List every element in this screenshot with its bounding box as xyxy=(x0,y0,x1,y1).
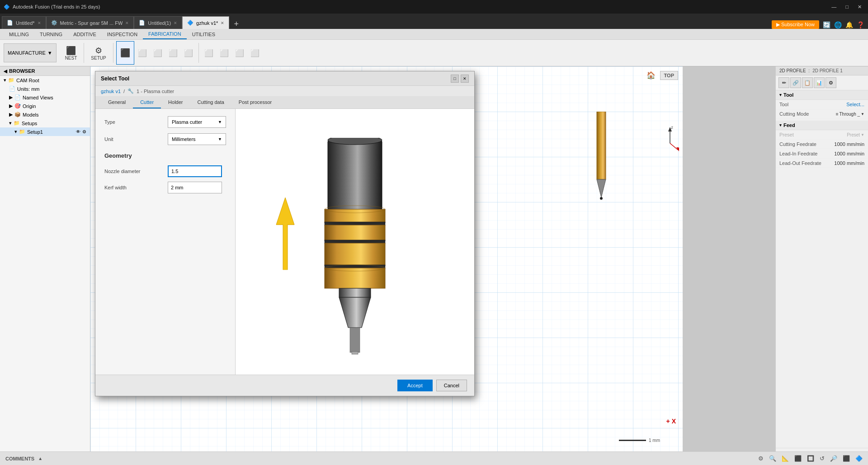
tab-gzhuk[interactable]: 🔷 gzhuk v1* ✕ xyxy=(182,16,229,29)
top-view-btn[interactable]: TOP xyxy=(660,71,678,80)
tab-metric[interactable]: ⚙️ Metric - Spur gear 5M ... FW ✕ xyxy=(46,16,134,29)
globe-icon[interactable]: 🌐 xyxy=(834,21,842,28)
status-icon-5[interactable]: 🔲 xyxy=(807,455,814,462)
close-btn[interactable]: ✕ xyxy=(855,3,864,11)
tab-untitled[interactable]: 📄 Untitled* ✕ xyxy=(2,16,46,29)
ribbon-btn-7[interactable]: ⬜ xyxy=(217,41,231,65)
unit-select[interactable]: Millimeters ▼ xyxy=(168,133,226,145)
toolbar-icon-2[interactable]: 🔗 xyxy=(790,77,801,88)
toolbar-icon-3[interactable]: 📋 xyxy=(802,77,813,88)
ribbon-btn-6[interactable]: ⬜ xyxy=(202,41,216,65)
ribbon-tab-additive[interactable]: ADDITIVE xyxy=(68,29,102,39)
status-icon-2[interactable]: 🔍 xyxy=(769,455,776,462)
browser-title: BROWSER xyxy=(9,68,35,74)
tab-cutting-data[interactable]: Cutting data xyxy=(190,97,231,108)
tab-close-icon4[interactable]: ✕ xyxy=(221,21,224,25)
toolbar-icon-4[interactable]: 📊 xyxy=(814,77,825,88)
accept-btn[interactable]: Accept xyxy=(397,380,433,391)
cutting-feedrate-value[interactable]: 1000 mm/min xyxy=(834,141,864,147)
kerf-width-input[interactable] xyxy=(168,182,222,193)
tab-cutter[interactable]: Cutter xyxy=(133,97,161,108)
title-bar-left: 🔷 Autodesk Fusion (Trial ends in 25 days… xyxy=(4,4,100,10)
status-icon-7[interactable]: 🔎 xyxy=(830,455,837,462)
ribbon-tab-inspection[interactable]: INSPECTION xyxy=(102,29,143,39)
subscribe-now-btn[interactable]: ▶ Subscribe Now xyxy=(772,20,819,29)
toolbar-icon-5[interactable]: ⚙ xyxy=(826,77,836,88)
ribbon-btn-5[interactable]: ⬜ xyxy=(181,41,196,65)
tree-cam-root[interactable]: ▾ 📁 CAM Root xyxy=(0,76,90,85)
ribbon-btn-2[interactable]: ⬜ xyxy=(135,41,150,65)
preset-select[interactable]: Preset ▼ xyxy=(847,132,864,137)
tool-value[interactable]: Select... xyxy=(846,102,864,107)
status-icon-4[interactable]: ⬛ xyxy=(794,455,802,462)
plasma-cutter-svg xyxy=(303,138,407,355)
dialog-close-btn[interactable]: ✕ xyxy=(461,75,469,83)
home-icon[interactable]: 🏠 xyxy=(646,71,656,80)
tab-close-icon3[interactable]: ✕ xyxy=(174,21,177,25)
status-icon-1[interactable]: ⚙ xyxy=(758,455,764,462)
setup-btn[interactable]: ⚙ SETUP xyxy=(87,41,110,65)
ribbon-btn-1[interactable]: ⬛ xyxy=(116,41,134,65)
dialog-maximize-btn[interactable]: □ xyxy=(451,75,459,83)
ribbon-btn-8[interactable]: ⬜ xyxy=(232,41,247,65)
sync-icon[interactable]: 🔄 xyxy=(823,21,830,28)
maximize-btn[interactable]: □ xyxy=(843,3,851,11)
tree-setup1[interactable]: ▾ 📁 Setup1 👁 ⚙ xyxy=(0,127,90,136)
ribbon-tab-utilities[interactable]: UTILITIES xyxy=(187,29,221,39)
toolbar-icon-1[interactable]: ✏ xyxy=(778,77,789,88)
status-icon-6[interactable]: ↺ xyxy=(820,455,825,462)
bell-icon[interactable]: 🔔 xyxy=(845,21,853,28)
status-icon-3[interactable]: 📐 xyxy=(782,455,789,462)
tab-general[interactable]: General xyxy=(101,97,133,108)
tab-label: Untitled* xyxy=(16,20,35,26)
tab-icon2: ⚙️ xyxy=(51,20,57,26)
tab-post-processor[interactable]: Post processor xyxy=(231,97,279,108)
nest-btn[interactable]: ⬛ NEST xyxy=(61,41,81,65)
leadin-feedrate-value[interactable]: 1000 mm/min xyxy=(834,151,864,156)
status-icon-8[interactable]: ⬛ xyxy=(843,455,850,462)
tree-setup1-cog-icon[interactable]: ⚙ xyxy=(82,129,86,134)
status-icon-9[interactable]: 🔷 xyxy=(855,455,863,462)
app-title: Autodesk Fusion (Trial ends in 25 days) xyxy=(13,4,100,9)
workspace-dropdown[interactable]: MANUFACTURE ▼ xyxy=(4,43,57,62)
nozzle-diameter-input[interactable] xyxy=(168,165,222,177)
right-panel-toolbar: ✏ 🔗 📋 📊 ⚙ xyxy=(776,75,868,90)
ribbon-tab-fabrication[interactable]: FABRICATION xyxy=(143,29,187,39)
tree-named-views[interactable]: ▶ 📄 Named Views xyxy=(0,93,90,102)
tree-setups[interactable]: ▾ 📁 Setups xyxy=(0,119,90,127)
cutting-mode-select[interactable]: ≡ Through _ ▼ xyxy=(836,112,864,117)
tab-close-icon2[interactable]: ✕ xyxy=(125,21,129,25)
tab-holder[interactable]: Holder xyxy=(161,97,190,108)
minimize-btn[interactable]: — xyxy=(829,3,839,11)
kerf-width-row: Kerf width xyxy=(104,182,226,193)
tab-untitled1[interactable]: 📄 Untitled(1) ✕ xyxy=(134,16,182,29)
tab-add-btn[interactable]: + xyxy=(229,19,243,29)
ribbon-tab-milling[interactable]: MILLING xyxy=(4,29,34,39)
cancel-dialog-btn[interactable]: Cancel xyxy=(436,380,467,391)
ribbon-btn-4[interactable]: ⬜ xyxy=(166,41,180,65)
tree-models[interactable]: ▶ 📦 Models xyxy=(0,110,90,119)
feed-section-header[interactable]: ▾ Feed xyxy=(776,121,868,130)
tree-units[interactable]: 📄 Units: mm xyxy=(0,85,90,93)
browser-collapse-icon[interactable]: ◀ xyxy=(4,69,7,74)
browser-header: ◀ BROWSER xyxy=(0,66,90,76)
leadout-feedrate-label: Lead-Out Feedrate xyxy=(779,160,821,166)
unit-dropdown-icon: ▼ xyxy=(218,137,222,141)
ribbon-btn-3[interactable]: ⬜ xyxy=(151,41,165,65)
dialog-content: Type Plasma cutter ▼ Unit Millimeters ▼ xyxy=(95,109,474,375)
svg-rect-24 xyxy=(352,352,358,354)
svg-marker-22 xyxy=(339,297,371,328)
breadcrumb-root[interactable]: gzhuk v1 xyxy=(101,89,121,94)
ribbon-btn-9[interactable]: ⬜ xyxy=(248,41,262,65)
tab-close-icon[interactable]: ✕ xyxy=(38,21,41,25)
ribbon-tab-turning[interactable]: TURNING xyxy=(34,29,68,39)
leadout-feedrate-value[interactable]: 1000 mm/min xyxy=(834,160,864,166)
comments-expand-icon[interactable]: ▲ xyxy=(38,456,42,461)
help-icon[interactable]: ❓ xyxy=(857,21,864,28)
setup-icon: ⚙ xyxy=(95,46,102,56)
tree-origin[interactable]: ▶ 🎯 Origin xyxy=(0,102,90,110)
tree-setup1-eye-icon[interactable]: 👁 xyxy=(76,129,80,134)
tree-origin-label: Origin xyxy=(23,103,36,109)
type-select[interactable]: Plasma cutter ▼ xyxy=(168,116,226,128)
tool-section-header[interactable]: ▾ Tool xyxy=(776,90,868,100)
